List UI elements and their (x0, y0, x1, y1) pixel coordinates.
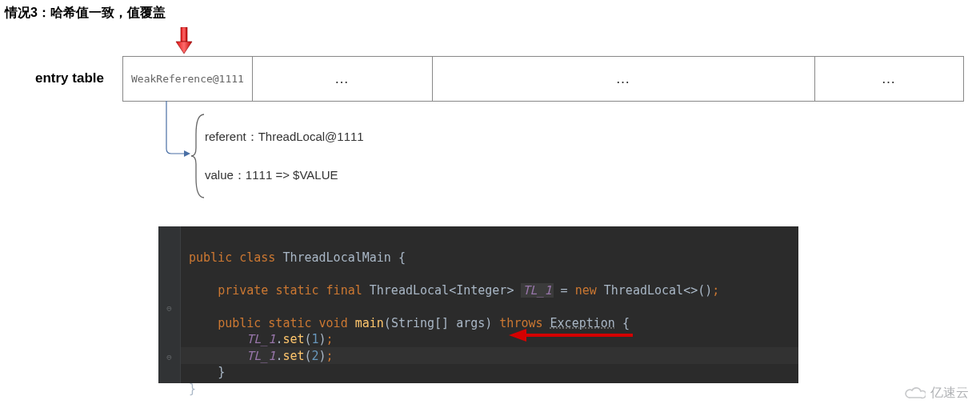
code-content: public class ThreadLocalMain { private s… (181, 226, 798, 383)
entry-table: WeakReference@1111 … … … (122, 56, 964, 102)
entry-cell-1: … (253, 57, 433, 101)
diagram-title: 情况3：哈希值一致，值覆盖 (5, 5, 166, 22)
code-block: ⊖ ⊖ public class ThreadLocalMain { priva… (158, 226, 798, 383)
detail-referent: referent：ThreadLocal@1111 (205, 130, 364, 145)
connector-arrow-icon (160, 101, 192, 161)
entry-table-label: entry table (35, 70, 104, 86)
detail-value: value：1111 => $VALUE (205, 168, 338, 183)
code-gutter: ⊖ ⊖ (158, 226, 181, 383)
cloud-icon (905, 386, 926, 401)
red-down-arrow-icon (174, 27, 194, 54)
curly-brace-icon (190, 112, 207, 200)
svg-marker-4 (509, 329, 526, 342)
watermark: 亿速云 (905, 385, 969, 402)
entry-cell-0: WeakReference@1111 (123, 57, 253, 101)
red-left-arrow-icon (509, 327, 637, 343)
entry-cell-3: … (815, 57, 963, 101)
svg-rect-0 (181, 27, 187, 42)
entry-cell-2: … (433, 57, 815, 101)
svg-marker-1 (176, 42, 192, 54)
